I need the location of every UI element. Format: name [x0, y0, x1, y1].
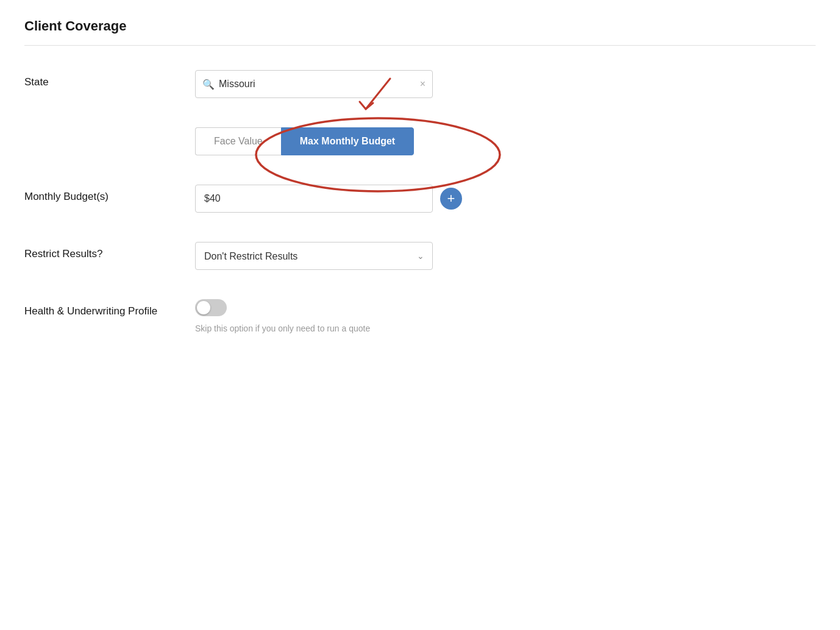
monthly-budget-row: Monthly Budget(s) +: [24, 185, 816, 213]
state-control-area: 🔍 ×: [195, 70, 816, 98]
add-budget-button[interactable]: +: [440, 188, 462, 210]
health-profile-row: Health & Underwriting Profile Skip this …: [24, 299, 816, 333]
toggle-thumb: [197, 301, 210, 314]
health-profile-control-area: Skip this option if you only need to run…: [195, 299, 816, 333]
health-profile-toggle-wrapper: Skip this option if you only need to run…: [195, 299, 370, 333]
tab-face-value[interactable]: Face Value: [195, 127, 281, 155]
state-label: State: [24, 70, 195, 88]
restrict-results-row: Restrict Results? Don't Restrict Results…: [24, 242, 816, 270]
tab-max-monthly-budget[interactable]: Max Monthly Budget: [281, 127, 414, 155]
health-profile-label: Health & Underwriting Profile: [24, 299, 195, 317]
clear-icon[interactable]: ×: [420, 79, 425, 90]
restrict-results-select[interactable]: Don't Restrict Results Restrict Results: [195, 242, 433, 270]
tabs-row: Face Value Max Monthly Budget: [24, 127, 816, 155]
health-profile-hint: Skip this option if you only need to run…: [195, 324, 370, 333]
restrict-results-wrapper: Don't Restrict Results Restrict Results …: [195, 242, 433, 270]
state-search-input[interactable]: [195, 70, 433, 98]
restrict-results-control-area: Don't Restrict Results Restrict Results …: [195, 242, 816, 270]
health-profile-toggle[interactable]: [195, 299, 227, 316]
state-search-wrapper: 🔍 ×: [195, 70, 433, 98]
form-section: State 🔍 × Face Value Max Monthly Budget: [24, 70, 816, 333]
monthly-budget-label: Monthly Budget(s): [24, 185, 195, 203]
monthly-budget-input[interactable]: [195, 185, 433, 213]
search-icon: 🔍: [202, 79, 215, 90]
restrict-results-label: Restrict Results?: [24, 242, 195, 260]
monthly-budget-control-area: +: [195, 185, 816, 213]
tab-container: Face Value Max Monthly Budget: [195, 127, 414, 155]
state-row: State 🔍 ×: [24, 70, 816, 98]
page-title: Client Coverage: [24, 18, 816, 46]
